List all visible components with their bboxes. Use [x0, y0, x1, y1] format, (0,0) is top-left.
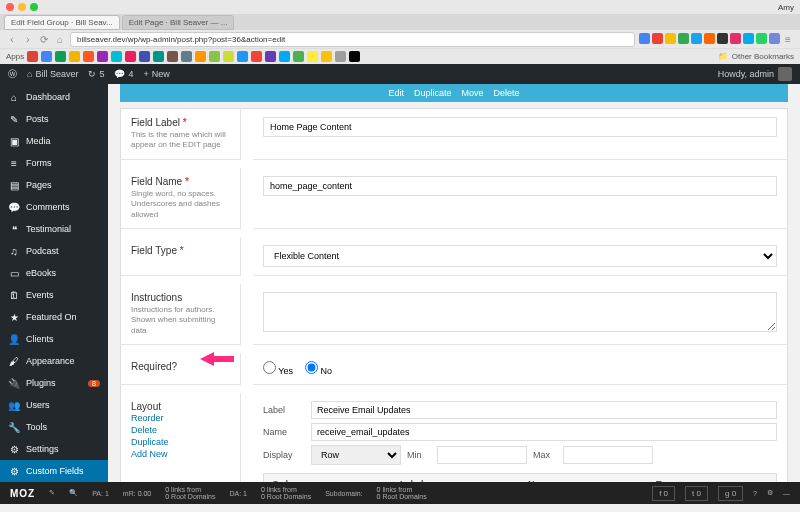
sidebar-item-users[interactable]: 👥Users	[0, 394, 108, 416]
moz-help-icon[interactable]: ?	[753, 490, 757, 497]
sidebar-item-podcast[interactable]: ♫Podcast	[0, 240, 108, 262]
moz-pencil-icon[interactable]: ✎	[49, 489, 55, 497]
bookmark-icon[interactable]	[181, 51, 192, 62]
site-name[interactable]: ⌂ Bill Seaver	[27, 69, 78, 79]
layout-min-input[interactable]	[437, 446, 527, 464]
layout-label-input[interactable]	[311, 401, 777, 419]
sidebar-item-clients[interactable]: 👤Clients	[0, 328, 108, 350]
bookmark-icon[interactable]	[97, 51, 108, 62]
ext-icon[interactable]	[769, 33, 780, 44]
bookmark-icon[interactable]	[251, 51, 262, 62]
required-yes[interactable]: Yes	[263, 361, 293, 376]
home-button[interactable]: ⌂	[54, 33, 66, 45]
sidebar-item-featured-on[interactable]: ★Featured On	[0, 306, 108, 328]
ext-icon[interactable]	[704, 33, 715, 44]
field-name-input[interactable]	[263, 176, 777, 196]
menu-button[interactable]: ≡	[782, 33, 794, 45]
bookmark-icon[interactable]	[55, 51, 66, 62]
layout-max-input[interactable]	[563, 446, 653, 464]
bookmark-icon[interactable]	[307, 51, 318, 62]
updates-link[interactable]: ↻ 5	[88, 69, 104, 79]
bookmark-icon[interactable]	[209, 51, 220, 62]
bookmark-icon[interactable]	[27, 51, 38, 62]
moz-min-icon[interactable]: —	[783, 490, 790, 497]
field-type-select[interactable]: Flexible Content	[263, 245, 777, 267]
layout-display-select[interactable]: Row	[311, 445, 401, 465]
avatar[interactable]	[778, 67, 792, 81]
action-delete[interactable]: Delete	[494, 88, 520, 98]
moz-search-icon[interactable]: 🔍	[69, 489, 78, 497]
layout-reorder[interactable]: Reorder	[131, 412, 230, 424]
browser-tab[interactable]: Edit Page · Bill Seaver — ...	[122, 15, 235, 30]
sidebar-item-media[interactable]: ▣Media	[0, 130, 108, 152]
close-button[interactable]	[6, 3, 14, 11]
bookmark-icon[interactable]	[195, 51, 206, 62]
maximize-button[interactable]	[30, 3, 38, 11]
sidebar-item-settings[interactable]: ⚙Settings	[0, 438, 108, 460]
bookmark-icon[interactable]	[293, 51, 304, 62]
layout-delete[interactable]: Delete	[131, 424, 230, 436]
layout-name-input[interactable]	[311, 423, 777, 441]
ext-icon[interactable]	[717, 33, 728, 44]
ext-icon[interactable]	[730, 33, 741, 44]
browser-tab-active[interactable]: Edit Field Group · Bill Seav...	[4, 15, 120, 30]
wp-logo-icon[interactable]: ⓦ	[8, 68, 17, 81]
sidebar-item-comments[interactable]: 💬Comments	[0, 196, 108, 218]
ext-icon[interactable]	[743, 33, 754, 44]
ext-icon[interactable]	[678, 33, 689, 44]
bookmark-icon[interactable]	[349, 51, 360, 62]
sidebar-item-pages[interactable]: ▤Pages	[0, 174, 108, 196]
bookmark-icon[interactable]	[125, 51, 136, 62]
howdy-user[interactable]: Howdy, admin	[718, 69, 774, 79]
sidebar-item-ebooks[interactable]: ▭eBooks	[0, 262, 108, 284]
bookmark-icon[interactable]	[265, 51, 276, 62]
field-instructions-input[interactable]	[263, 292, 777, 332]
action-edit[interactable]: Edit	[388, 88, 404, 98]
bookmark-icon[interactable]	[153, 51, 164, 62]
layout-add-new[interactable]: Add New	[131, 448, 230, 460]
action-move[interactable]: Move	[462, 88, 484, 98]
moz-gear-icon[interactable]: ⚙	[767, 489, 773, 497]
back-button[interactable]: ‹	[6, 33, 18, 45]
forward-button[interactable]: ›	[22, 33, 34, 45]
action-duplicate[interactable]: Duplicate	[414, 88, 452, 98]
required-no[interactable]: No	[305, 361, 332, 376]
bookmark-icon[interactable]	[237, 51, 248, 62]
sidebar-item-dashboard[interactable]: ⌂Dashboard	[0, 86, 108, 108]
bookmark-icon[interactable]	[167, 51, 178, 62]
reload-button[interactable]: ⟳	[38, 33, 50, 45]
sidebar-item-tools[interactable]: 🔧Tools	[0, 416, 108, 438]
sidebar-item-forms[interactable]: ≡Forms	[0, 152, 108, 174]
bookmark-icon[interactable]	[335, 51, 346, 62]
bookmark-icon[interactable]	[69, 51, 80, 62]
ext-icon[interactable]	[665, 33, 676, 44]
moz-fb[interactable]: f 0	[652, 486, 675, 501]
moz-logo[interactable]: MOZ	[10, 488, 35, 499]
sidebar-item-plugins[interactable]: 🔌Plugins8	[0, 372, 108, 394]
bookmark-icon[interactable]	[321, 51, 332, 62]
address-bar[interactable]	[70, 32, 635, 47]
moz-g[interactable]: g 0	[718, 486, 743, 501]
bookmark-icon[interactable]	[83, 51, 94, 62]
bookmark-icon[interactable]	[279, 51, 290, 62]
comments-link[interactable]: 💬 4	[114, 69, 133, 79]
other-bookmarks[interactable]: Other Bookmarks	[732, 52, 794, 61]
new-content[interactable]: + New	[144, 69, 170, 79]
sidebar-item-custom-fields[interactable]: ⚙Custom Fields	[0, 460, 108, 482]
ext-icon[interactable]	[756, 33, 767, 44]
sidebar-item-events[interactable]: 🗓Events	[0, 284, 108, 306]
field-label-input[interactable]	[263, 117, 777, 137]
ext-icon[interactable]	[652, 33, 663, 44]
sidebar-item-testimonial[interactable]: ❝Testimonial	[0, 218, 108, 240]
ext-icon[interactable]	[691, 33, 702, 44]
bookmark-icon[interactable]	[139, 51, 150, 62]
apps-shortcut[interactable]: Apps	[6, 52, 24, 61]
ext-icon[interactable]	[639, 33, 650, 44]
bookmark-icon[interactable]	[111, 51, 122, 62]
sidebar-item-appearance[interactable]: 🖌Appearance	[0, 350, 108, 372]
layout-duplicate[interactable]: Duplicate	[131, 436, 230, 448]
bookmark-icon[interactable]	[41, 51, 52, 62]
sidebar-item-posts[interactable]: ✎Posts	[0, 108, 108, 130]
moz-tw[interactable]: t 0	[685, 486, 708, 501]
minimize-button[interactable]	[18, 3, 26, 11]
